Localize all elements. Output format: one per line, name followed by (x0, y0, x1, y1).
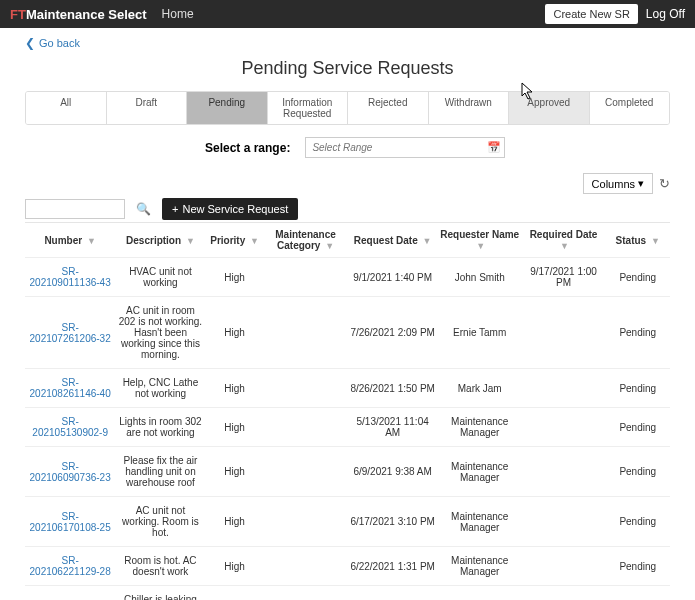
cell-priority: High (206, 258, 264, 297)
page-title: Pending Service Requests (25, 58, 670, 79)
cell-request-date: 7/26/2021 2:09 PM (347, 297, 437, 369)
cell-request-date: 6/9/2021 9:38 AM (347, 447, 437, 497)
filter-icon[interactable]: ▼ (325, 241, 334, 251)
column-header[interactable]: Priority ▼ (206, 223, 264, 258)
brand-logo: FTMaintenance Select (10, 7, 147, 22)
tab-approved[interactable]: Approved (509, 92, 590, 124)
cell-status: Pending (605, 369, 670, 408)
filter-icon[interactable]: ▼ (560, 241, 569, 251)
cell-priority: High (206, 586, 264, 601)
cell-required-date (522, 547, 606, 586)
cell-description: Please fix the air handling unit on ware… (115, 447, 205, 497)
cell-requester: Maintenance Manager (438, 586, 522, 601)
cell-required-date: 9/17/2021 1:00 PM (522, 258, 606, 297)
table-row: SR-202106090736-23Please fix the air han… (25, 447, 670, 497)
sr-number-link[interactable]: SR-202106231127-30 (25, 586, 115, 601)
date-range-input[interactable] (305, 137, 505, 158)
sr-number-link[interactable]: SR-202106221129-28 (25, 547, 115, 586)
filter-icon[interactable]: ▼ (476, 241, 485, 251)
sr-number-link[interactable]: SR-202108261146-40 (25, 369, 115, 408)
calendar-icon[interactable]: 📅 (487, 141, 501, 154)
tab-completed[interactable]: Completed (590, 92, 670, 124)
table-row: SR-202108261146-40Help, CNC Lathe not wo… (25, 369, 670, 408)
tab-draft[interactable]: Draft (107, 92, 188, 124)
go-back-link[interactable]: ❮ Go back (25, 36, 670, 50)
cell-request-date: 6/17/2021 3:10 PM (347, 497, 437, 547)
filter-icon[interactable]: ▼ (87, 236, 96, 246)
cell-priority: High (206, 297, 264, 369)
cell-requester: Maintenance Manager (438, 547, 522, 586)
column-header[interactable]: Requester Name ▼ (438, 223, 522, 258)
cell-priority: High (206, 408, 264, 447)
sr-number-link[interactable]: SR-202106170108-25 (25, 497, 115, 547)
status-tabs: AllDraftPendingInformation RequestedReje… (25, 91, 670, 125)
cell-requester: Ernie Tamm (438, 297, 522, 369)
cell-category (264, 497, 348, 547)
cell-required-date (522, 586, 606, 601)
filter-icon[interactable]: ▼ (186, 236, 195, 246)
cell-description: AC unit not working. Room is hot. (115, 497, 205, 547)
refresh-icon[interactable]: ↻ (659, 176, 670, 191)
range-label: Select a range: (205, 141, 290, 155)
cell-request-date: 6/23/2021 1:29 PM (347, 586, 437, 601)
cell-required-date (522, 369, 606, 408)
sr-number-link[interactable]: SR-202109011136-43 (25, 258, 115, 297)
column-header[interactable]: Required Date ▼ (522, 223, 606, 258)
cell-status: Pending (605, 408, 670, 447)
table-row: SR-202106231127-30Chiller is leaking coo… (25, 586, 670, 601)
cell-category (264, 547, 348, 586)
tab-withdrawn[interactable]: Withdrawn (429, 92, 510, 124)
cell-description: HVAC unit not working (115, 258, 205, 297)
tab-information-requested[interactable]: Information Requested (268, 92, 349, 124)
column-header[interactable]: Number ▼ (25, 223, 115, 258)
cell-status: Pending (605, 258, 670, 297)
sr-number-link[interactable]: SR-202107261206-32 (25, 297, 115, 369)
new-service-request-button[interactable]: +New Service Request (162, 198, 298, 220)
cell-category (264, 258, 348, 297)
column-header[interactable]: Maintenance Category ▼ (264, 223, 348, 258)
cell-status: Pending (605, 297, 670, 369)
logoff-link[interactable]: Log Off (646, 7, 685, 21)
filter-icon[interactable]: ▼ (651, 236, 660, 246)
cell-status: Pending (605, 447, 670, 497)
sr-number-link[interactable]: SR-202106090736-23 (25, 447, 115, 497)
cell-required-date (522, 297, 606, 369)
cell-status: Pending (605, 586, 670, 601)
cell-category (264, 408, 348, 447)
cell-category (264, 447, 348, 497)
cell-category (264, 297, 348, 369)
cell-request-date: 6/22/2021 1:31 PM (347, 547, 437, 586)
cell-category (264, 369, 348, 408)
filter-icon[interactable]: ▼ (250, 236, 259, 246)
cell-requester: Maintenance Manager (438, 447, 522, 497)
cell-priority: High (206, 497, 264, 547)
cell-requester: Maintenance Manager (438, 408, 522, 447)
tab-all[interactable]: All (26, 92, 107, 124)
create-new-sr-button[interactable]: Create New SR (545, 4, 637, 24)
cell-required-date (522, 408, 606, 447)
cell-category (264, 586, 348, 601)
cell-description: Room is hot. AC doesn't work (115, 547, 205, 586)
cell-request-date: 8/26/2021 1:50 PM (347, 369, 437, 408)
cell-requester: Mark Jam (438, 369, 522, 408)
column-header[interactable]: Status ▼ (605, 223, 670, 258)
search-icon[interactable]: 🔍 (131, 199, 156, 219)
nav-home-link[interactable]: Home (162, 7, 194, 21)
tab-rejected[interactable]: Rejected (348, 92, 429, 124)
cell-requester: Maintenance Manager (438, 497, 522, 547)
sr-number-link[interactable]: SR-202105130902-9 (25, 408, 115, 447)
cell-description: AC unit in room 202 is not working. Hasn… (115, 297, 205, 369)
cell-description: Lights in room 302 are not working (115, 408, 205, 447)
cell-priority: High (206, 369, 264, 408)
top-navbar: FTMaintenance Select Home Create New SR … (0, 0, 695, 28)
filter-icon[interactable]: ▼ (423, 236, 432, 246)
tab-pending[interactable]: Pending (187, 92, 268, 124)
columns-button[interactable]: Columns▾ (583, 173, 653, 194)
table-row: SR-202106170108-25AC unit not working. R… (25, 497, 670, 547)
cell-description: Chiller is leaking coolant. Large spill.… (115, 586, 205, 601)
cell-required-date (522, 447, 606, 497)
column-header[interactable]: Request Date ▼ (347, 223, 437, 258)
table-row: SR-202107261206-32AC unit in room 202 is… (25, 297, 670, 369)
column-header[interactable]: Description ▼ (115, 223, 205, 258)
search-input[interactable] (25, 199, 125, 219)
